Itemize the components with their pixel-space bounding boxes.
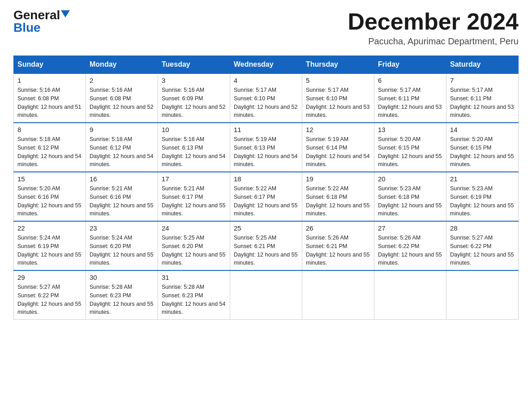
day-info: Sunrise: 5:18 AMSunset: 6:12 PMDaylight:… xyxy=(90,135,154,169)
day-number: 9 xyxy=(90,126,154,133)
day-number: 21 xyxy=(450,175,515,183)
calendar-cell: 11Sunrise: 5:19 AMSunset: 6:13 PMDayligh… xyxy=(230,123,302,172)
day-header-wednesday: Wednesday xyxy=(230,56,302,74)
day-info: Sunrise: 5:23 AMSunset: 6:19 PMDaylight:… xyxy=(450,184,515,218)
month-title: December 2024 xyxy=(348,9,519,34)
calendar-cell: 17Sunrise: 5:21 AMSunset: 6:17 PMDayligh… xyxy=(158,172,230,221)
day-number: 31 xyxy=(162,274,226,281)
day-header-monday: Monday xyxy=(86,56,158,74)
calendar-cell xyxy=(446,270,519,320)
day-info: Sunrise: 5:28 AMSunset: 6:23 PMDaylight:… xyxy=(90,283,154,317)
calendar-cell: 23Sunrise: 5:24 AMSunset: 6:20 PMDayligh… xyxy=(86,221,158,270)
day-info: Sunrise: 5:25 AMSunset: 6:21 PMDaylight:… xyxy=(234,234,298,267)
day-info: Sunrise: 5:22 AMSunset: 6:18 PMDaylight:… xyxy=(306,184,370,218)
calendar-cell: 29Sunrise: 5:27 AMSunset: 6:22 PMDayligh… xyxy=(14,270,86,320)
day-info: Sunrise: 5:23 AMSunset: 6:18 PMDaylight:… xyxy=(378,184,442,218)
day-number: 30 xyxy=(90,274,154,281)
calendar-cell: 27Sunrise: 5:26 AMSunset: 6:22 PMDayligh… xyxy=(374,221,446,270)
day-number: 15 xyxy=(17,175,82,183)
page-header: General Blue December 2024 Pacucha, Apur… xyxy=(13,9,519,47)
day-number: 18 xyxy=(234,175,298,183)
day-number: 20 xyxy=(378,175,442,183)
day-header-thursday: Thursday xyxy=(302,56,374,74)
day-number: 22 xyxy=(17,224,82,232)
day-info: Sunrise: 5:28 AMSunset: 6:23 PMDaylight:… xyxy=(162,283,226,317)
calendar-cell: 28Sunrise: 5:27 AMSunset: 6:22 PMDayligh… xyxy=(446,221,519,270)
calendar-cell: 9Sunrise: 5:18 AMSunset: 6:12 PMDaylight… xyxy=(86,123,158,172)
calendar-cell: 20Sunrise: 5:23 AMSunset: 6:18 PMDayligh… xyxy=(374,172,446,221)
week-row-4: 22Sunrise: 5:24 AMSunset: 6:19 PMDayligh… xyxy=(14,221,519,270)
logo: General Blue xyxy=(13,9,70,34)
day-info: Sunrise: 5:18 AMSunset: 6:12 PMDaylight:… xyxy=(17,135,82,169)
day-info: Sunrise: 5:24 AMSunset: 6:20 PMDaylight:… xyxy=(90,234,154,267)
day-info: Sunrise: 5:26 AMSunset: 6:22 PMDaylight:… xyxy=(378,234,442,267)
calendar-table: SundayMondayTuesdayWednesdayThursdayFrid… xyxy=(13,56,519,320)
day-number: 17 xyxy=(162,175,226,183)
calendar-cell: 13Sunrise: 5:20 AMSunset: 6:15 PMDayligh… xyxy=(374,123,446,172)
day-number: 16 xyxy=(90,175,154,183)
day-number: 10 xyxy=(162,126,226,133)
day-info: Sunrise: 5:27 AMSunset: 6:22 PMDaylight:… xyxy=(17,283,82,317)
day-info: Sunrise: 5:20 AMSunset: 6:15 PMDaylight:… xyxy=(378,135,442,169)
calendar-cell: 12Sunrise: 5:19 AMSunset: 6:14 PMDayligh… xyxy=(302,123,374,172)
day-info: Sunrise: 5:21 AMSunset: 6:16 PMDaylight:… xyxy=(90,184,154,218)
day-number: 11 xyxy=(234,126,298,133)
day-number: 8 xyxy=(17,126,82,133)
calendar-cell: 6Sunrise: 5:17 AMSunset: 6:11 PMDaylight… xyxy=(374,73,446,123)
day-number: 28 xyxy=(450,224,515,232)
day-info: Sunrise: 5:24 AMSunset: 6:19 PMDaylight:… xyxy=(17,234,82,267)
calendar-cell: 3Sunrise: 5:16 AMSunset: 6:09 PMDaylight… xyxy=(158,73,230,123)
day-info: Sunrise: 5:18 AMSunset: 6:13 PMDaylight:… xyxy=(162,135,226,169)
day-info: Sunrise: 5:20 AMSunset: 6:15 PMDaylight:… xyxy=(450,135,515,169)
week-row-3: 15Sunrise: 5:20 AMSunset: 6:16 PMDayligh… xyxy=(14,172,519,221)
day-number: 14 xyxy=(450,126,515,133)
day-info: Sunrise: 5:21 AMSunset: 6:17 PMDaylight:… xyxy=(162,184,226,218)
day-info: Sunrise: 5:22 AMSunset: 6:17 PMDaylight:… xyxy=(234,184,298,218)
day-info: Sunrise: 5:26 AMSunset: 6:21 PMDaylight:… xyxy=(306,234,370,267)
calendar-cell: 21Sunrise: 5:23 AMSunset: 6:19 PMDayligh… xyxy=(446,172,519,221)
day-info: Sunrise: 5:25 AMSunset: 6:20 PMDaylight:… xyxy=(162,234,226,267)
day-header-tuesday: Tuesday xyxy=(158,56,230,74)
calendar-cell: 22Sunrise: 5:24 AMSunset: 6:19 PMDayligh… xyxy=(14,221,86,270)
day-info: Sunrise: 5:17 AMSunset: 6:10 PMDaylight:… xyxy=(234,86,298,120)
logo-blue-text: Blue xyxy=(13,21,41,34)
day-number: 7 xyxy=(450,77,515,84)
week-row-2: 8Sunrise: 5:18 AMSunset: 6:12 PMDaylight… xyxy=(14,123,519,172)
calendar-cell: 8Sunrise: 5:18 AMSunset: 6:12 PMDaylight… xyxy=(14,123,86,172)
day-number: 4 xyxy=(234,77,298,84)
day-header-saturday: Saturday xyxy=(446,56,519,74)
day-info: Sunrise: 5:16 AMSunset: 6:08 PMDaylight:… xyxy=(17,86,82,120)
calendar-cell: 16Sunrise: 5:21 AMSunset: 6:16 PMDayligh… xyxy=(86,172,158,221)
day-info: Sunrise: 5:17 AMSunset: 6:11 PMDaylight:… xyxy=(378,86,442,120)
calendar-cell: 7Sunrise: 5:17 AMSunset: 6:11 PMDaylight… xyxy=(446,73,519,123)
location-text: Pacucha, Apurimac Department, Peru xyxy=(348,36,519,47)
logo-general-text: General xyxy=(13,9,60,21)
day-number: 6 xyxy=(378,77,442,84)
day-number: 27 xyxy=(378,224,442,232)
calendar-cell xyxy=(230,270,302,320)
day-info: Sunrise: 5:16 AMSunset: 6:08 PMDaylight:… xyxy=(90,86,154,120)
calendar-cell: 2Sunrise: 5:16 AMSunset: 6:08 PMDaylight… xyxy=(86,73,158,123)
day-number: 2 xyxy=(90,77,154,84)
day-number: 23 xyxy=(90,224,154,232)
calendar-cell: 10Sunrise: 5:18 AMSunset: 6:13 PMDayligh… xyxy=(158,123,230,172)
day-number: 13 xyxy=(378,126,442,133)
calendar-header-row: SundayMondayTuesdayWednesdayThursdayFrid… xyxy=(14,56,519,74)
day-number: 5 xyxy=(306,77,370,84)
calendar-cell: 19Sunrise: 5:22 AMSunset: 6:18 PMDayligh… xyxy=(302,172,374,221)
day-info: Sunrise: 5:19 AMSunset: 6:13 PMDaylight:… xyxy=(234,135,298,169)
calendar-cell: 25Sunrise: 5:25 AMSunset: 6:21 PMDayligh… xyxy=(230,221,302,270)
calendar-cell: 15Sunrise: 5:20 AMSunset: 6:16 PMDayligh… xyxy=(14,172,86,221)
day-number: 3 xyxy=(162,77,226,84)
calendar-cell: 24Sunrise: 5:25 AMSunset: 6:20 PMDayligh… xyxy=(158,221,230,270)
logo-triangle-icon xyxy=(61,10,70,17)
calendar-cell: 1Sunrise: 5:16 AMSunset: 6:08 PMDaylight… xyxy=(14,73,86,123)
calendar-cell: 31Sunrise: 5:28 AMSunset: 6:23 PMDayligh… xyxy=(158,270,230,320)
day-number: 25 xyxy=(234,224,298,232)
day-number: 26 xyxy=(306,224,370,232)
calendar-cell xyxy=(302,270,374,320)
day-number: 19 xyxy=(306,175,370,183)
calendar-cell: 30Sunrise: 5:28 AMSunset: 6:23 PMDayligh… xyxy=(86,270,158,320)
day-info: Sunrise: 5:16 AMSunset: 6:09 PMDaylight:… xyxy=(162,86,226,120)
day-info: Sunrise: 5:27 AMSunset: 6:22 PMDaylight:… xyxy=(450,234,515,267)
